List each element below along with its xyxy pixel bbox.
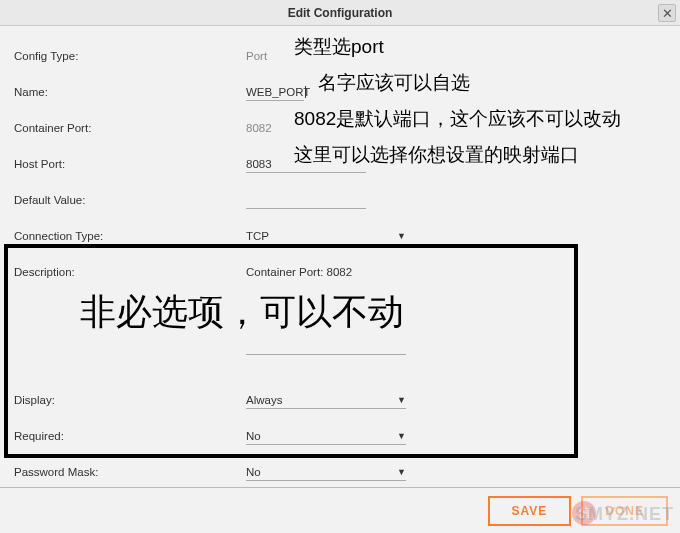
select-connection-type[interactable]: TCP ▼ [246, 228, 406, 245]
row-password-mask: Password Mask: No ▼ [14, 454, 666, 490]
label-config-type: Config Type: [14, 50, 246, 62]
close-icon: ✕ [662, 6, 673, 21]
label-password-mask: Password Mask: [14, 466, 246, 478]
row-default-value: Default Value: [14, 182, 666, 218]
row-connection-type: Connection Type: TCP ▼ [14, 218, 666, 254]
titlebar: Edit Configuration ✕ [0, 0, 680, 26]
label-required: Required: [14, 430, 246, 442]
underline-extra [246, 354, 406, 355]
chevron-down-icon: ▼ [397, 231, 406, 241]
annotation-host-port: 这里可以选择你想设置的映射端口 [294, 142, 579, 168]
chevron-down-icon: ▼ [397, 467, 406, 477]
row-description: Description: Container Port: 8082 [14, 254, 666, 290]
row-required: Required: No ▼ [14, 418, 666, 454]
input-default-value[interactable] [246, 192, 366, 209]
save-button[interactable]: Save [488, 496, 572, 526]
window-title: Edit Configuration [288, 6, 393, 20]
row-display: Display: Always ▼ [14, 382, 666, 418]
label-host-port: Host Port: [14, 158, 246, 170]
select-value-connection-type: TCP [246, 230, 269, 242]
chevron-down-icon: ▼ [397, 431, 406, 441]
done-button[interactable]: Done [581, 496, 668, 526]
annotation-name: 名字应该可以自选 [318, 70, 470, 96]
select-value-display: Always [246, 394, 282, 406]
label-connection-type: Connection Type: [14, 230, 246, 242]
select-password-mask[interactable]: No ▼ [246, 464, 406, 481]
select-display[interactable]: Always ▼ [246, 392, 406, 409]
footer: Save Done [0, 487, 680, 533]
label-display: Display: [14, 394, 246, 406]
value-description[interactable]: Container Port: 8082 [246, 264, 406, 280]
select-value-password-mask: No [246, 466, 261, 478]
select-required[interactable]: No ▼ [246, 428, 406, 445]
text-cursor [305, 86, 306, 98]
annotation-config-type: 类型选port [294, 34, 384, 60]
close-button[interactable]: ✕ [658, 4, 676, 22]
form-content: Config Type: Port Name: WEB_PORT Contain… [0, 26, 680, 502]
label-default-value: Default Value: [14, 194, 246, 206]
select-value-required: No [246, 430, 261, 442]
label-description: Description: [14, 266, 246, 278]
label-name: Name: [14, 86, 246, 98]
annotation-optional: 非必选项，可以不动 [80, 288, 404, 337]
value-name[interactable]: WEB_PORT [246, 84, 304, 101]
label-container-port: Container Port: [14, 122, 246, 134]
annotation-container-port: 8082是默认端口，这个应该不可以改动 [294, 106, 621, 132]
chevron-down-icon: ▼ [397, 395, 406, 405]
